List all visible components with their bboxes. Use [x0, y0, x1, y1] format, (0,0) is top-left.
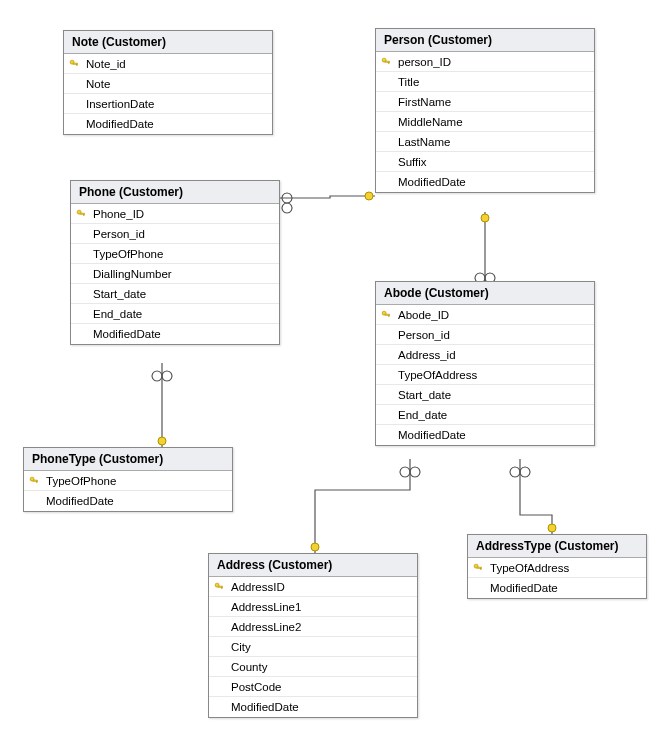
field-name: Person_id — [396, 329, 594, 341]
field-name: ModifiedDate — [44, 495, 232, 507]
field-name: Phone_ID — [91, 208, 279, 220]
svg-rect-7 — [76, 64, 77, 66]
key-cell — [376, 310, 396, 320]
field-row[interactable]: Person_id — [71, 224, 279, 244]
svg-rect-25 — [480, 568, 481, 570]
field-row[interactable]: InsertionDate — [64, 94, 272, 114]
field-row[interactable]: ModifiedDate — [376, 172, 594, 192]
primary-key-icon — [76, 209, 86, 219]
field-row[interactable]: City — [209, 637, 417, 657]
field-row[interactable]: Title — [376, 72, 594, 92]
field-row[interactable]: Abode_ID — [376, 305, 594, 325]
primary-key-icon — [473, 563, 483, 573]
svg-rect-10 — [388, 62, 389, 64]
entity-person[interactable]: Person (Customer) person_IDTitleFirstNam… — [375, 28, 595, 193]
svg-point-3 — [311, 543, 319, 551]
entity-phone[interactable]: Phone (Customer) Phone_IDPerson_idTypeOf… — [70, 180, 280, 345]
field-row[interactable]: TypeOfPhone — [71, 244, 279, 264]
field-name: person_ID — [396, 56, 594, 68]
entity-address-fields: AddressIDAddressLine1AddressLine2CityCou… — [209, 577, 417, 717]
field-row[interactable]: ModifiedDate — [376, 425, 594, 445]
field-row[interactable]: TypeOfAddress — [468, 558, 646, 578]
entity-note[interactable]: Note (Customer) Note_idNoteInsertionDate… — [63, 30, 273, 135]
field-row[interactable]: PostCode — [209, 677, 417, 697]
field-name: TypeOfAddress — [488, 562, 646, 574]
field-row[interactable]: ModifiedDate — [468, 578, 646, 598]
field-row[interactable]: LastName — [376, 132, 594, 152]
field-name: End_date — [91, 308, 279, 320]
field-name: Suffix — [396, 156, 594, 168]
svg-point-0 — [365, 192, 373, 200]
field-row[interactable]: MiddleName — [376, 112, 594, 132]
field-row[interactable]: ModifiedDate — [71, 324, 279, 344]
field-row[interactable]: End_date — [376, 405, 594, 425]
field-row[interactable]: Note_id — [64, 54, 272, 74]
field-name: DiallingNumber — [91, 268, 279, 280]
field-name: Title — [396, 76, 594, 88]
field-row[interactable]: ModifiedDate — [209, 697, 417, 717]
entity-person-fields: person_IDTitleFirstNameMiddleNameLastNam… — [376, 52, 594, 192]
field-row[interactable]: FirstName — [376, 92, 594, 112]
svg-point-2 — [158, 437, 166, 445]
field-row[interactable]: person_ID — [376, 52, 594, 72]
key-cell — [209, 582, 229, 592]
entity-note-fields: Note_idNoteInsertionDateModifiedDate — [64, 54, 272, 134]
field-name: AddressID — [229, 581, 417, 593]
svg-point-1 — [481, 214, 489, 222]
key-cell — [64, 59, 84, 69]
field-name: Start_date — [91, 288, 279, 300]
field-row[interactable]: Suffix — [376, 152, 594, 172]
entity-abode[interactable]: Abode (Customer) Abode_IDPerson_idAddres… — [375, 281, 595, 446]
field-name: AddressLine1 — [229, 601, 417, 613]
field-row[interactable]: TypeOfPhone — [24, 471, 232, 491]
field-row[interactable]: AddressLine1 — [209, 597, 417, 617]
entity-address[interactable]: Address (Customer) AddressIDAddressLine1… — [208, 553, 418, 718]
entity-address-header: Address (Customer) — [209, 554, 417, 577]
field-row[interactable]: Start_date — [376, 385, 594, 405]
field-row[interactable]: County — [209, 657, 417, 677]
field-name: County — [229, 661, 417, 673]
field-name: ModifiedDate — [84, 118, 272, 130]
svg-rect-13 — [83, 214, 84, 216]
field-name: PostCode — [229, 681, 417, 693]
field-name: ModifiedDate — [488, 582, 646, 594]
field-name: Start_date — [396, 389, 594, 401]
field-row[interactable]: End_date — [71, 304, 279, 324]
svg-rect-16 — [388, 315, 389, 317]
field-name: ModifiedDate — [396, 176, 594, 188]
field-row[interactable]: DiallingNumber — [71, 264, 279, 284]
field-name: Note — [84, 78, 272, 90]
primary-key-icon — [29, 476, 39, 486]
field-row[interactable]: Start_date — [71, 284, 279, 304]
entity-phone-header: Phone (Customer) — [71, 181, 279, 204]
entity-phonetype[interactable]: PhoneType (Customer) TypeOfPhoneModified… — [23, 447, 233, 512]
field-row[interactable]: Person_id — [376, 325, 594, 345]
entity-person-header: Person (Customer) — [376, 29, 594, 52]
entity-phone-fields: Phone_IDPerson_idTypeOfPhoneDiallingNumb… — [71, 204, 279, 344]
field-row[interactable]: ModifiedDate — [64, 114, 272, 134]
field-name: LastName — [396, 136, 594, 148]
field-row[interactable]: Phone_ID — [71, 204, 279, 224]
field-name: End_date — [396, 409, 594, 421]
field-row[interactable]: Address_id — [376, 345, 594, 365]
field-name: MiddleName — [396, 116, 594, 128]
field-name: Person_id — [91, 228, 279, 240]
svg-point-4 — [548, 524, 556, 532]
entity-note-header: Note (Customer) — [64, 31, 272, 54]
primary-key-icon — [214, 582, 224, 592]
field-row[interactable]: TypeOfAddress — [376, 365, 594, 385]
field-row[interactable]: ModifiedDate — [24, 491, 232, 511]
field-name: ModifiedDate — [229, 701, 417, 713]
entity-addresstype[interactable]: AddressType (Customer) TypeOfAddressModi… — [467, 534, 647, 599]
key-cell — [468, 563, 488, 573]
key-cell — [376, 57, 396, 67]
field-name: TypeOfAddress — [396, 369, 594, 381]
primary-key-icon — [69, 59, 79, 69]
field-name: Address_id — [396, 349, 594, 361]
field-row[interactable]: Note — [64, 74, 272, 94]
field-row[interactable]: AddressID — [209, 577, 417, 597]
field-row[interactable]: AddressLine2 — [209, 617, 417, 637]
entity-addresstype-fields: TypeOfAddressModifiedDate — [468, 558, 646, 598]
entity-phonetype-header: PhoneType (Customer) — [24, 448, 232, 471]
primary-key-icon — [381, 57, 391, 67]
